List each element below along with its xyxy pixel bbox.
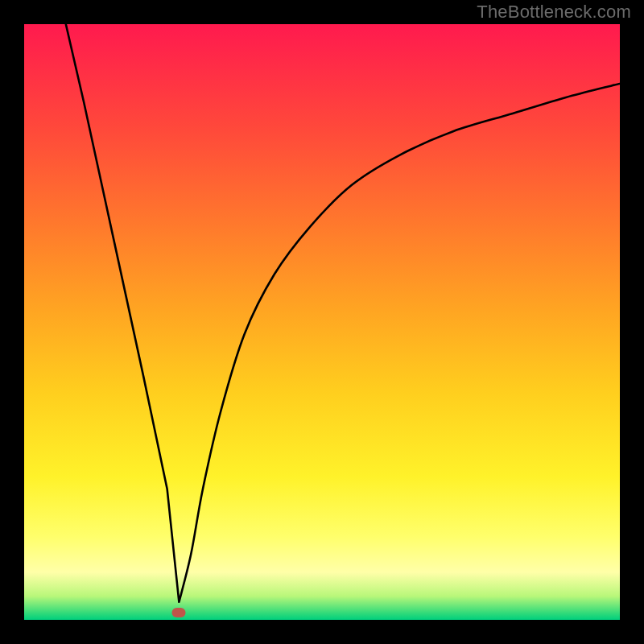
curve-path — [66, 24, 620, 602]
watermark-text: TheBottleneck.com — [477, 2, 631, 23]
optimal-point-marker — [172, 608, 186, 617]
plot-area — [24, 24, 620, 620]
chart-container: TheBottleneck.com — [0, 0, 644, 644]
bottleneck-curve — [24, 24, 620, 620]
